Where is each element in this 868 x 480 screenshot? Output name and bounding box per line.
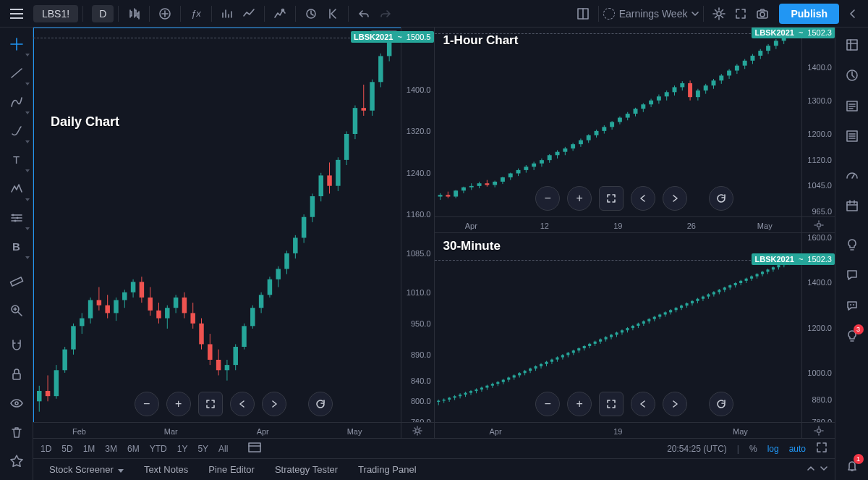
range-All[interactable]: All [218, 444, 228, 454]
scroll-right-button[interactable] [262, 392, 286, 416]
tool-text[interactable]: T [2, 146, 31, 174]
pane-hour[interactable]: 1-Hour Chart LBSK2021~ 1502.3 1400.01300… [435, 28, 835, 232]
range-1Y[interactable]: 1Y [177, 444, 188, 454]
range-1D[interactable]: 1D [41, 444, 51, 454]
add-indicator-icon[interactable] [154, 4, 176, 24]
notifications-icon[interactable]: 1 [838, 451, 867, 480]
svg-rect-311 [728, 285, 731, 287]
maximize-pane-button[interactable] [599, 392, 624, 416]
alert-icon[interactable] [300, 4, 322, 24]
panel-up-icon[interactable] [806, 463, 816, 476]
reset-button[interactable] [709, 186, 733, 211]
range-5D[interactable]: 5D [61, 444, 72, 454]
range-3M[interactable]: 3M [105, 444, 117, 454]
tool-fib[interactable] [2, 88, 31, 116]
range-1M[interactable]: 1M [83, 444, 95, 454]
function-icon[interactable]: ƒx [185, 4, 207, 24]
candles-icon[interactable] [123, 4, 145, 24]
axis-settings-hour[interactable] [801, 216, 835, 232]
bottom-tab-text-notes[interactable]: Text Notes [134, 461, 198, 478]
replay-icon[interactable] [322, 4, 344, 24]
maximize-pane-button[interactable] [198, 392, 223, 416]
tool-trendline[interactable] [2, 59, 31, 87]
axis-settings-thirty[interactable] [801, 422, 835, 438]
panel-down-icon[interactable] [819, 463, 829, 476]
scroll-left-button[interactable] [631, 392, 655, 416]
fullscreen-icon[interactable] [730, 4, 752, 24]
zoom-in-button[interactable]: + [567, 186, 592, 211]
svg-rect-297 [690, 301, 693, 303]
xaxis-hour[interactable]: Apr121926May [435, 216, 802, 232]
undo-icon[interactable] [353, 4, 375, 24]
watchlist-icon[interactable] [838, 30, 867, 59]
range-6M[interactable]: 6M [127, 444, 140, 454]
zoom-out-button[interactable]: − [535, 186, 560, 211]
pane-daily[interactable]: USD Daily Chart LBSK2021 ~ 1500.5 1400.0… [33, 28, 434, 438]
xaxis-thirty[interactable]: Apr19May [435, 422, 802, 438]
log-toggle[interactable]: log [767, 444, 779, 454]
calendar-icon[interactable] [838, 191, 867, 220]
zoom-out-button[interactable]: − [535, 392, 560, 416]
tool-brush[interactable] [2, 117, 31, 145]
tool-measure[interactable] [2, 268, 31, 295]
public-chat-icon[interactable] [838, 261, 867, 290]
scroll-left-button[interactable] [230, 392, 255, 416]
collapse-right-icon[interactable] [842, 4, 864, 24]
bottom-tab-trading-panel[interactable]: Trading Panel [348, 461, 426, 478]
layout-name[interactable]: Earnings Week [603, 8, 699, 20]
symbol-pill[interactable]: LBS1! [33, 5, 78, 22]
tool-lock[interactable] [2, 361, 31, 388]
ideas-stream-icon[interactable]: 3 [838, 321, 867, 350]
axis-fullscreen-icon[interactable] [816, 442, 827, 455]
yaxis-hour[interactable]: 1400.01300.01200.01120.01045.0965.0 [801, 28, 835, 216]
compare-icon[interactable] [238, 4, 260, 24]
tool-crosshair[interactable] [2, 30, 31, 58]
tool-trash[interactable] [2, 418, 31, 446]
tool-star[interactable] [2, 447, 31, 475]
alerts-icon[interactable] [838, 61, 867, 90]
bottom-tab-strategy-tester[interactable]: Strategy Tester [265, 461, 348, 478]
pane-thirty[interactable]: 30-Minute LBSK2021~ 1502.3 1600.01400.01… [435, 233, 835, 438]
financials-icon[interactable] [269, 4, 291, 24]
auto-toggle[interactable]: auto [789, 444, 806, 454]
tool-eye[interactable] [2, 390, 31, 417]
bottom-tab-pine-editor[interactable]: Pine Editor [198, 461, 265, 478]
tool-zoom[interactable] [2, 297, 31, 324]
ideas-icon[interactable] [838, 230, 867, 259]
layout-icon[interactable] [572, 4, 594, 24]
zoom-in-button[interactable]: + [567, 392, 592, 416]
scroll-right-button[interactable] [663, 392, 687, 416]
axis-settings-daily[interactable] [401, 422, 434, 438]
reset-button[interactable] [308, 392, 333, 416]
reset-button[interactable] [709, 392, 733, 416]
tool-forecast[interactable] [2, 204, 31, 232]
bars-icon[interactable] [216, 4, 238, 24]
svg-rect-196 [773, 41, 778, 46]
goto-date-icon[interactable] [248, 442, 261, 455]
zoom-in-button[interactable]: + [166, 392, 191, 416]
percent-toggle[interactable]: % [749, 444, 757, 454]
maximize-pane-button[interactable] [599, 186, 624, 211]
yaxis-daily[interactable]: 1400.01320.01240.01160.01085.01010.0950.… [401, 28, 434, 422]
zoom-out-button[interactable]: − [135, 392, 159, 416]
tool-pattern[interactable] [2, 175, 31, 203]
gauge-icon[interactable] [838, 161, 867, 190]
snapshot-icon[interactable] [752, 4, 773, 24]
range-YTD[interactable]: YTD [150, 444, 167, 454]
bottom-tab-stock-screener[interactable]: Stock Screener [39, 461, 134, 478]
range-5Y[interactable]: 5Y [197, 444, 208, 454]
interval-pill[interactable]: D [92, 5, 114, 22]
hotlist-icon[interactable] [838, 122, 867, 151]
news-icon[interactable] [838, 91, 867, 120]
private-chat-icon[interactable] [838, 291, 867, 320]
tool-bitcoin[interactable]: B [2, 233, 31, 261]
scroll-right-button[interactable] [663, 186, 687, 211]
tool-magnet[interactable] [2, 332, 31, 359]
xaxis-daily[interactable]: FebMarAprMay [33, 422, 401, 438]
publish-button[interactable]: Publish [779, 4, 839, 24]
menu-button[interactable] [4, 0, 29, 27]
scroll-left-button[interactable] [631, 186, 655, 211]
redo-icon[interactable] [375, 4, 396, 24]
svg-rect-313 [733, 283, 736, 285]
settings-icon[interactable] [708, 4, 730, 24]
